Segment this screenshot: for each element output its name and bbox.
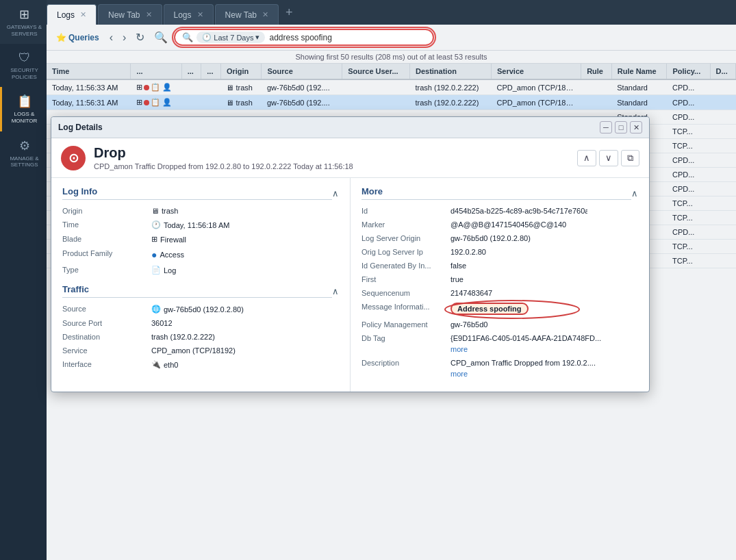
security-icon: 🛡 (18, 51, 31, 65)
cell-origin: 🖥 trash (220, 95, 262, 110)
clock-icon: 🕐 (151, 220, 161, 229)
field-id-generated: Id Generated By In... false (361, 262, 638, 270)
sidebar-item-manage[interactable]: ⚙ MANAGE &SETTINGS (0, 131, 47, 175)
log-info-title: Log Info (62, 186, 332, 200)
queries-button[interactable]: ⭐ Queries (52, 31, 103, 44)
modal-maximize-button[interactable]: □ (615, 121, 627, 133)
log-info-section: Log Info ∧ Origin 🖥 trash Time 🕐 Today, … (51, 178, 351, 392)
col-time[interactable]: Time (47, 64, 131, 79)
field-value-policy-management: gw-76b5d0 (451, 320, 487, 329)
table-row[interactable]: Today, 11:56:31 AM ⊞ 📋 👤 🖥 trash gw-76b5… (47, 95, 736, 110)
field-label-db-tag: Db Tag (361, 334, 451, 342)
col-destination[interactable]: Destination (409, 64, 491, 79)
field-destination: Destination trash (192.0.2.222) (62, 333, 339, 341)
traffic-toggle[interactable]: ∧ (332, 286, 339, 296)
cell-time: Today, 11:56:31 AM (47, 95, 131, 110)
table-header-row: Time ... ... ... Origin Source Source Us… (47, 64, 736, 79)
col-rule-name[interactable]: Rule Name (611, 64, 667, 79)
refresh-button[interactable]: ↻ (132, 29, 148, 46)
modal-nav-up-button[interactable]: ∧ (577, 150, 596, 166)
cell-source: gw-76b5d0 (192.... (262, 79, 342, 95)
col-icons1: ... (131, 64, 181, 79)
search-options-button[interactable]: 🔍 (151, 29, 171, 46)
col-rule[interactable]: Rule (581, 64, 612, 79)
col-service[interactable]: Service (492, 64, 581, 79)
field-source-port: Source Port 36012 (62, 319, 339, 327)
tab-newtab-2[interactable]: New Tab ✕ (215, 4, 279, 25)
field-value-orig-log-server-ip: 192.0.2.80 (451, 248, 486, 256)
add-tab-button[interactable]: + (280, 5, 299, 20)
field-blade: Blade ⊞ Firewall (62, 235, 339, 244)
time-filter-label: Last 7 Days (214, 34, 253, 42)
col-policy[interactable]: Policy... (667, 64, 710, 79)
drop-action-icon: ⊙ (61, 146, 86, 170)
field-label-blade: Blade (62, 235, 151, 243)
field-orig-log-server-ip: Orig Log Server Ip 192.0.2.80 (361, 248, 638, 256)
sidebar-item-label: SECURITYPOLICIES (10, 67, 38, 80)
more-title: More (361, 186, 631, 200)
manage-icon: ⚙ (19, 138, 30, 153)
modal-action-title: Drop (94, 145, 353, 161)
results-text: Showing first 50 results (208 ms) out of… (295, 53, 487, 61)
db-tag-more-link[interactable]: more (451, 345, 468, 353)
tab-logs-1[interactable]: Logs ✕ (47, 4, 97, 25)
tab-logs-2[interactable]: Logs ✕ (164, 4, 214, 25)
modal-nav-down-button[interactable]: ∨ (599, 150, 618, 166)
tab-bar: Logs ✕ New Tab ✕ Logs ✕ New Tab ✕ + (47, 0, 736, 25)
field-id: Id d454b25a-b225-4c89-ac9b-54c717e760a9 (361, 207, 638, 215)
field-label-product-family: Product Family (62, 249, 151, 257)
toolbar: ⭐ Queries ‹ › ↻ 🔍 🔍 🕐 Last 7 Days ▾ (47, 25, 736, 51)
tab-label: New Tab (108, 10, 140, 20)
cell-d (710, 95, 735, 110)
cell-origin: 🖥 trash (220, 79, 262, 95)
type-icon: 📄 (151, 266, 161, 275)
col-source[interactable]: Source (262, 64, 342, 79)
field-label-marker: Marker (361, 220, 451, 229)
field-interface: Interface 🔌 eth0 (62, 360, 339, 369)
log-info-toggle[interactable]: ∧ (332, 188, 339, 199)
search-bar: 🔍 🕐 Last 7 Days ▾ (174, 29, 434, 46)
table-row[interactable]: Today, 11:56:33 AM ⊞ 📋 👤 🖥 trash gw-76b5… (47, 79, 736, 95)
tab-close-icon[interactable]: ✕ (262, 10, 268, 19)
description-value: CPD_amon Traffic Dropped from 192.0.2...… (451, 359, 596, 367)
tab-close-icon[interactable]: ✕ (80, 10, 86, 19)
col-d[interactable]: D... (710, 64, 735, 79)
sidebar-item-gateways[interactable]: ⊞ GATEWAYS & SERVERS (0, 0, 47, 44)
field-type: Type 📄 Log (62, 266, 339, 275)
field-value-id: d454b25a-b225-4c89-ac9b-54c717e760a9 (451, 207, 587, 215)
field-value-source-port: 36012 (151, 319, 173, 327)
field-value-destination: trash (192.0.2.222) (151, 333, 215, 341)
origin-icon: 🖥 (151, 207, 159, 215)
col-origin[interactable]: Origin (220, 64, 262, 79)
field-value-db-tag: {E9D11FA6-C405-0145-AAFA-21DA748FD... mo… (451, 334, 601, 353)
modal-close-button[interactable]: ✕ (630, 121, 642, 133)
field-label-interface: Interface (62, 360, 151, 368)
more-toggle[interactable]: ∧ (631, 188, 638, 199)
modal-nav-buttons: ∧ ∨ ⧉ (577, 150, 639, 166)
description-more-link[interactable]: more (451, 370, 468, 378)
tab-close-icon[interactable]: ✕ (197, 10, 203, 19)
nav-forward-button[interactable]: › (119, 29, 129, 46)
col-source-user[interactable]: Source User... (342, 64, 410, 79)
log-info-section-header: Log Info ∧ (62, 186, 339, 200)
cell-icons: ⊞ 📋 👤 (131, 79, 181, 95)
field-value-description: CPD_amon Traffic Dropped from 192.0.2...… (451, 359, 596, 378)
tab-newtab-1[interactable]: New Tab ✕ (98, 4, 162, 25)
field-first: First true (361, 275, 638, 283)
cell-source: gw-76b5d0 (192.... (262, 95, 342, 110)
modal-copy-button[interactable]: ⧉ (621, 150, 639, 166)
modal-minimize-button[interactable]: ─ (600, 121, 612, 133)
cell-rule-name: Standard (611, 79, 667, 95)
time-filter-dropdown[interactable]: 🕐 Last 7 Days ▾ (196, 31, 265, 43)
gateways-icon: ⊞ (19, 7, 29, 22)
search-input[interactable] (269, 33, 426, 42)
star-icon: ⭐ (56, 33, 66, 42)
cell-icons2 (181, 79, 201, 95)
field-label-id: Id (361, 207, 451, 215)
cell-icons3 (201, 95, 221, 110)
tab-close-icon[interactable]: ✕ (146, 10, 152, 19)
sidebar-item-logs[interactable]: 📋 LOGS &MONITOR (0, 87, 47, 131)
sidebar-item-security[interactable]: 🛡 SECURITYPOLICIES (0, 44, 47, 87)
traffic-section-header: Traffic ∧ (62, 284, 339, 298)
nav-back-button[interactable]: ‹ (106, 29, 116, 46)
